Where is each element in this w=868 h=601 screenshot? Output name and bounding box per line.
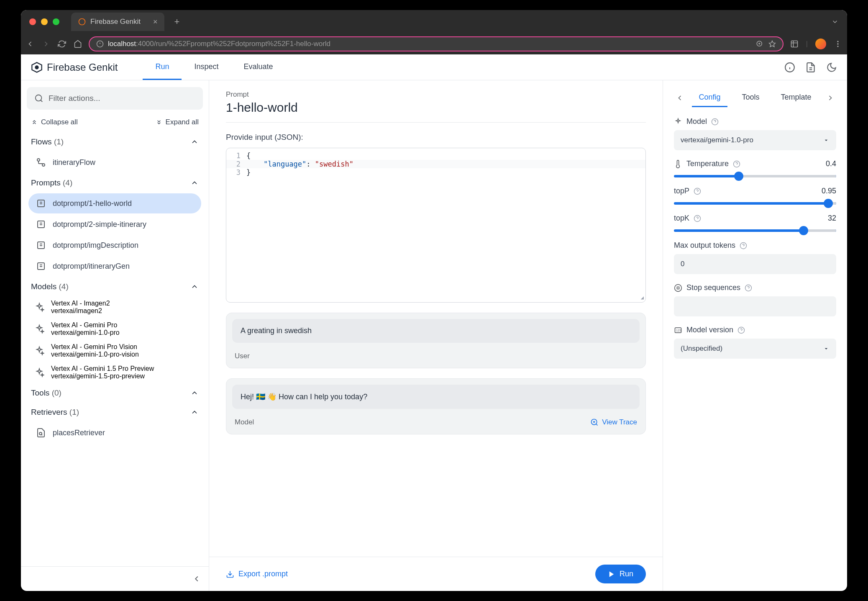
collapse-icon — [31, 119, 38, 126]
docs-icon[interactable] — [805, 62, 816, 73]
dark-mode-icon[interactable] — [826, 62, 837, 73]
expand-all-button[interactable]: Expand all — [156, 118, 199, 126]
sidebar-item-model[interactable]: Vertex AI - Gemini 1.5 Pro Previewvertex… — [27, 362, 203, 383]
svg-point-45 — [675, 284, 682, 291]
thermometer-icon — [674, 160, 682, 168]
help-icon[interactable] — [711, 118, 719, 126]
rtab-config[interactable]: Config — [692, 89, 727, 107]
sidebar-item-flow[interactable]: itineraryFlow — [28, 152, 201, 172]
help-icon[interactable] — [740, 242, 747, 249]
svg-line-30 — [596, 424, 598, 426]
url-input[interactable]: localhost:4000/run/%252Fprompt%252Fdotpr… — [89, 36, 784, 51]
section-flows[interactable]: Flows (1) — [27, 132, 203, 152]
window-close[interactable] — [29, 18, 36, 25]
config-next-icon[interactable] — [824, 92, 836, 104]
new-tab-icon[interactable]: + — [174, 16, 180, 27]
browser-urlbar: localhost:4000/run/%252Fprompt%252Fdotpr… — [21, 33, 847, 54]
chevron-up-icon — [190, 389, 199, 397]
sidebar-item-prompt[interactable]: dotprompt/1-hello-world — [28, 193, 201, 213]
chevron-down-icon[interactable] — [831, 18, 839, 26]
json-input-editor[interactable]: 1{ 2 "language": "swedish" 3} ◢ — [226, 148, 646, 303]
message-role: Model — [235, 418, 254, 426]
sidebar-item-model[interactable]: Vertex AI - Gemini Provertexai/gemini-1.… — [27, 318, 203, 340]
svg-point-19 — [36, 95, 42, 101]
extensions-icon[interactable] — [790, 40, 799, 48]
export-button[interactable]: Export .prompt — [226, 570, 288, 578]
section-prompts[interactable]: Prompts (4) — [27, 173, 203, 193]
sidebar-item-model[interactable]: Vertex AI - Imagen2vertexai/imagen2 — [27, 296, 203, 318]
trace-icon — [590, 418, 599, 426]
sidebar-item-prompt[interactable]: dotprompt/imgDescription — [28, 235, 201, 255]
help-icon[interactable] — [745, 284, 752, 292]
help-icon[interactable] — [737, 326, 745, 334]
svg-line-28 — [41, 434, 42, 435]
section-tools[interactable]: Tools (0) — [27, 383, 203, 403]
run-button[interactable]: Run — [595, 565, 646, 583]
collapse-all-button[interactable]: Collapse all — [31, 118, 78, 126]
svg-line-20 — [41, 100, 42, 102]
topk-slider[interactable] — [674, 229, 836, 232]
home-icon[interactable] — [74, 40, 82, 48]
temperature-value: 0.4 — [826, 159, 836, 168]
sparkle-icon — [34, 302, 44, 312]
prompt-icon — [36, 261, 46, 271]
model-message-card: Hej! 🇸🇪 👋 How can I help you today? Mode… — [226, 378, 646, 434]
svg-marker-53 — [825, 348, 828, 349]
sparkle-icon — [34, 346, 44, 356]
sidebar-item-model[interactable]: Vertex AI - Gemini Pro Visionvertexai/ge… — [27, 340, 203, 362]
window-minimize[interactable] — [41, 18, 48, 25]
play-icon — [608, 570, 615, 578]
download-icon — [226, 570, 234, 578]
config-prev-icon[interactable] — [674, 92, 686, 104]
reload-icon[interactable] — [58, 40, 66, 48]
search-input[interactable]: Filter actions... — [27, 87, 203, 110]
bookmark-icon[interactable] — [768, 40, 776, 48]
input-label: Provide input (JSON): — [226, 133, 646, 142]
stop-icon — [674, 284, 682, 292]
resize-handle-icon[interactable]: ◢ — [641, 295, 644, 300]
rtab-template[interactable]: Template — [774, 89, 818, 107]
rtab-tools[interactable]: Tools — [735, 89, 766, 107]
model-select[interactable]: vertexai/gemini-1.0-pro — [674, 130, 836, 150]
sidebar-item-prompt[interactable]: dotprompt/itineraryGen — [28, 256, 201, 276]
app-logo: Firebase Genkit — [31, 62, 118, 73]
chevron-up-icon — [190, 408, 199, 416]
view-trace-link[interactable]: View Trace — [590, 418, 637, 426]
expand-icon — [156, 119, 162, 126]
flow-icon — [36, 157, 46, 167]
sidebar-item-prompt[interactable]: dotprompt/2-simple-itinerary — [28, 214, 201, 234]
nav-tab-inspect[interactable]: Inspect — [182, 54, 231, 80]
section-retrievers[interactable]: Retrievers (1) — [27, 403, 203, 422]
dropdown-icon — [823, 345, 830, 352]
model-version-select[interactable]: (Unspecified) — [674, 339, 836, 359]
info-icon[interactable] — [784, 62, 795, 73]
menu-icon[interactable] — [834, 40, 842, 48]
topk-value: 32 — [828, 214, 836, 223]
collapse-sidebar-icon[interactable] — [192, 574, 201, 583]
tab-close-icon[interactable]: × — [153, 18, 158, 26]
browser-tab[interactable]: Firebase Genkit × — [71, 13, 164, 31]
max-tokens-input[interactable]: 0 — [674, 254, 836, 274]
topp-slider[interactable] — [674, 202, 836, 205]
window-maximize[interactable] — [53, 18, 59, 25]
nav-tab-run[interactable]: Run — [143, 54, 182, 80]
stop-sequences-input[interactable] — [674, 296, 836, 316]
site-info-icon[interactable] — [96, 40, 104, 48]
help-icon[interactable] — [694, 187, 701, 195]
svg-point-10 — [837, 43, 838, 44]
prompt-icon — [36, 240, 46, 250]
profile-avatar[interactable] — [815, 39, 826, 49]
forward-icon[interactable] — [42, 40, 50, 48]
prompt-label: Prompt — [226, 90, 646, 99]
section-models[interactable]: Models (4) — [27, 277, 203, 296]
back-icon[interactable] — [26, 40, 34, 48]
zoom-icon[interactable] — [756, 40, 763, 48]
svg-rect-46 — [677, 287, 679, 289]
temperature-slider[interactable] — [674, 175, 836, 177]
help-icon[interactable] — [694, 215, 701, 222]
svg-rect-8 — [791, 41, 797, 47]
help-icon[interactable] — [733, 160, 740, 168]
config-panel: Config Tools Template Model vertexai/gem… — [663, 80, 847, 591]
nav-tab-evaluate[interactable]: Evaluate — [231, 54, 285, 80]
sidebar-item-retriever[interactable]: placesRetriever — [28, 423, 201, 443]
